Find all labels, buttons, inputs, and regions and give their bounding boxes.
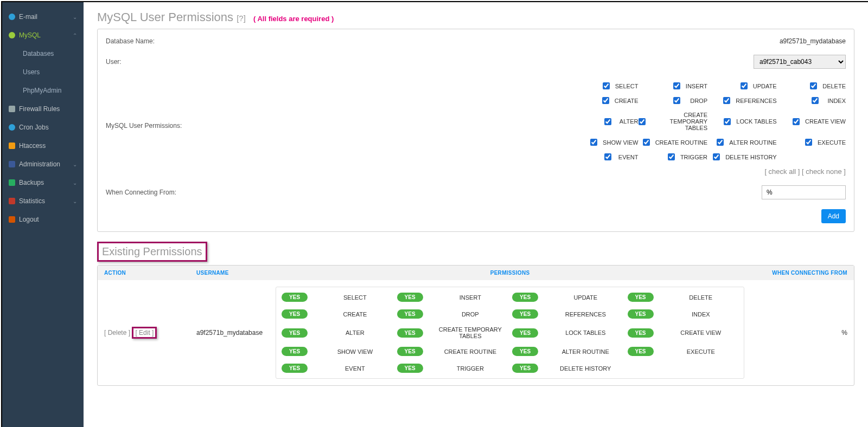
sidebar-item-statistics[interactable]: Statistics⌄ [2, 192, 84, 210]
sidebar-item-administration[interactable]: Administration⌄ [2, 155, 84, 173]
db-name-label: Database Name: [106, 37, 193, 45]
perm-checkbox-delete-history[interactable] [713, 153, 720, 160]
perm-cell: CREATE ROUTINE [639, 135, 708, 150]
perm-label: EVENT [617, 154, 639, 160]
perm-checkbox-lock-tables[interactable] [724, 118, 731, 125]
add-button[interactable]: Add [821, 209, 846, 223]
row-perm-cell: YESCREATE VIEW [628, 326, 738, 339]
sidebar-item-label: Statistics [19, 197, 45, 205]
yes-badge: YES [628, 347, 654, 356]
perm-cell [777, 150, 846, 164]
yes-badge: YES [628, 293, 654, 302]
perm-checkbox-create-routine[interactable] [643, 139, 650, 146]
perm-checkbox-show-view[interactable] [590, 139, 597, 146]
permissions-label: MySQL User Permissions: [106, 79, 193, 130]
perm-label: LOCK TABLES [736, 118, 776, 125]
row-perm-cell: YESINDEX [628, 309, 738, 319]
perm-checkbox-delete[interactable] [810, 82, 817, 89]
help-icon[interactable]: [?] [237, 14, 246, 23]
user-label: User: [106, 58, 193, 66]
row-perm-name: SHOW VIEW [317, 348, 392, 355]
connecting-from-label: When Connecting From: [106, 189, 193, 196]
sidebar-item-backups[interactable]: Backups⌄ [2, 173, 84, 192]
perm-label: UPDATE [753, 83, 777, 89]
connecting-from-input[interactable] [762, 185, 846, 199]
perm-checkbox-insert[interactable] [673, 82, 680, 89]
perm-cell: ALTER ROUTINE [707, 135, 777, 150]
perm-checkbox-event[interactable] [604, 153, 611, 160]
yes-badge: YES [282, 309, 308, 319]
perm-checkbox-create-temporary-tables[interactable] [639, 118, 646, 125]
yes-badge: YES [397, 309, 423, 319]
perm-checkbox-select[interactable] [603, 82, 610, 89]
check-links: [ check all ] [ check none ] [193, 167, 846, 176]
perm-cell: INSERT [639, 79, 708, 93]
perm-checkbox-create[interactable] [602, 97, 609, 104]
sidebar-item-databases[interactable]: Databases [2, 44, 84, 63]
perm-cell: INDEX [777, 93, 846, 108]
row-perm-name: EVENT [317, 365, 392, 372]
perm-checkbox-alter[interactable] [604, 118, 611, 125]
perm-checkbox-trigger[interactable] [668, 153, 675, 160]
perm-checkbox-alter-routine[interactable] [717, 139, 724, 146]
perm-label: EXECUTE [818, 139, 846, 146]
chevron-up-icon: ⌃ [73, 33, 77, 38]
row-perm-cell [628, 364, 738, 373]
sidebar-item-users[interactable]: Users [2, 63, 84, 81]
yes-badge: YES [282, 328, 308, 338]
row-perm-cell: YESUPDATE [512, 293, 623, 302]
sidebar-item-phpmyadmin[interactable]: PhpMyAdmin [2, 81, 84, 100]
sidebar-item-firewall-rules[interactable]: Firewall Rules [2, 100, 84, 118]
perm-checkbox-index[interactable] [812, 97, 819, 104]
perm-label: ALTER [617, 118, 639, 125]
yes-badge: YES [512, 309, 538, 319]
row-perm-cell: YESDELETE HISTORY [512, 364, 623, 373]
admin-icon [9, 161, 15, 167]
perm-label: CREATE [615, 98, 639, 104]
row-perm-name: LOCK TABLES [548, 329, 623, 336]
sidebar-item-label: MySQL [19, 31, 41, 39]
perm-checkbox-execute[interactable] [805, 139, 812, 146]
delete-link[interactable]: [ Delete ] [104, 329, 130, 337]
perm-cell: DELETE [777, 79, 846, 93]
sidebar-item-htaccess[interactable]: Htaccess [2, 137, 84, 155]
perm-cell: DROP [639, 93, 708, 108]
sidebar-item-mysql[interactable]: MySQL⌃ [2, 26, 84, 44]
sidebar-item-cron-jobs[interactable]: Cron Jobs [2, 118, 84, 137]
stats-icon [9, 198, 15, 204]
perm-checkbox-references[interactable] [723, 97, 730, 104]
sidebar-item-e-mail[interactable]: E-mail⌄ [2, 8, 84, 26]
th-action: ACTION [98, 266, 190, 280]
perm-label: TRIGGER [680, 154, 707, 160]
from-cell: % [751, 280, 854, 385]
check-none-link[interactable]: [ check none ] [802, 167, 846, 176]
table-row: [ Delete ] [ Edit ] a9f2571b_mydatabase … [98, 280, 854, 385]
yes-badge: YES [282, 347, 308, 356]
perm-checkbox-update[interactable] [741, 82, 748, 89]
row-perm-cell: YESINSERT [397, 293, 508, 302]
check-all-link[interactable]: [ check all ] [764, 167, 800, 176]
yes-badge: YES [628, 328, 654, 338]
db-name-value: a9f2571b_mydatabase [193, 37, 846, 45]
row-perm-name: EXECUTE [663, 348, 738, 355]
perm-cell: DELETE HISTORY [707, 150, 777, 164]
perm-cell: CREATE [569, 93, 639, 108]
perm-label: INSERT [686, 83, 707, 89]
sidebar-item-logout[interactable]: Logout [2, 210, 84, 229]
yes-badge: YES [512, 328, 538, 338]
existing-permissions-table: ACTION USERNAME PERMISSIONS WHEN CONNECT… [98, 266, 854, 385]
yes-badge: YES [282, 293, 308, 302]
row-perm-cell: YESLOCK TABLES [512, 326, 623, 339]
user-select[interactable]: a9f2571b_cab043 [754, 55, 846, 69]
perm-cell: UPDATE [707, 79, 777, 93]
perm-cell: TRIGGER [639, 150, 708, 164]
edit-link[interactable]: [ Edit ] [135, 329, 154, 337]
perm-checkbox-create-view[interactable] [793, 118, 800, 125]
row-perm-name: ALTER ROUTINE [548, 348, 623, 355]
sidebar-item-label: Administration [19, 160, 60, 168]
row-perm-name: UPDATE [548, 294, 623, 301]
perm-label: REFERENCES [736, 98, 776, 104]
row-perm-cell: YESDROP [397, 309, 508, 319]
perm-checkbox-drop[interactable] [673, 97, 680, 104]
sidebar-item-label: E-mail [19, 13, 37, 21]
